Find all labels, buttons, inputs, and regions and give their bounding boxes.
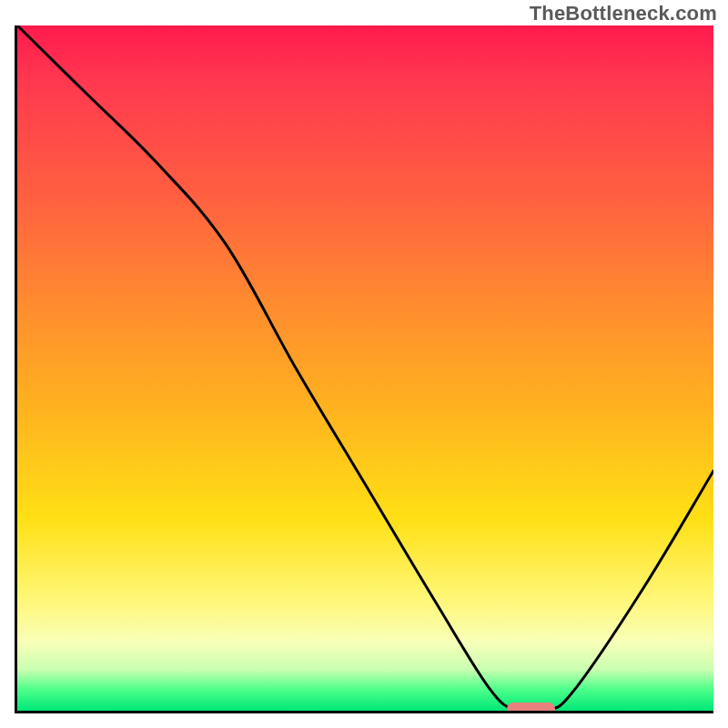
optimal-range-marker xyxy=(507,703,556,713)
bottleneck-chart: TheBottleneck.com xyxy=(0,0,728,728)
plot-area xyxy=(15,25,713,713)
bottleneck-curve-path xyxy=(17,25,713,711)
watermark-text: TheBottleneck.com xyxy=(530,2,717,25)
curve-svg xyxy=(17,25,713,711)
